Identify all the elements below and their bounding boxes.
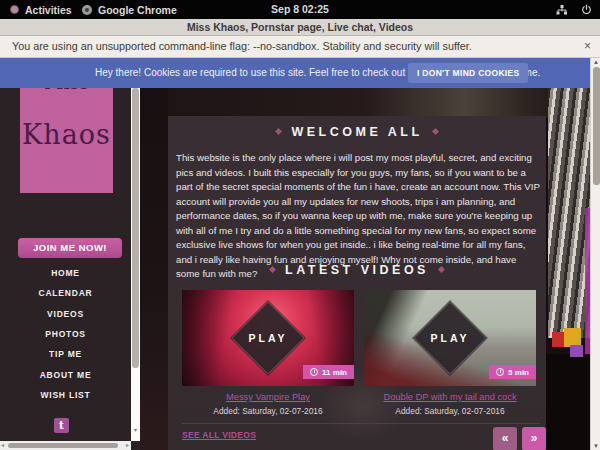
sidebar-horizontal-scrollbar[interactable]: ◂ ▸ xyxy=(0,441,131,450)
background-gift-box xyxy=(570,345,583,357)
clock-icon xyxy=(310,368,318,376)
diamond-icon xyxy=(269,266,276,273)
window-title: Miss Khaos, Pornstar page, Live chat, Vi… xyxy=(187,21,413,33)
chrome-infobar: You are using an unsupported command-lin… xyxy=(0,36,600,58)
play-button[interactable]: PLAY xyxy=(231,301,305,375)
sidebar-item-about-me[interactable]: ABOUT ME xyxy=(0,370,131,380)
twitter-icon[interactable]: t xyxy=(54,418,69,433)
play-label: PLAY xyxy=(243,313,293,363)
duration-badge: 5 min xyxy=(489,365,536,379)
video-thumbnail[interactable]: PLAY 11 min xyxy=(182,290,354,386)
background-photo xyxy=(140,58,168,450)
accept-cookies-button[interactable]: I DON'T MIND COOKIES xyxy=(408,63,528,83)
welcome-section-heading: WELCOME ALL xyxy=(168,125,546,139)
sidebar-item-wish-list[interactable]: WISH LIST xyxy=(0,390,131,400)
duration-label: 11 min xyxy=(322,368,347,377)
scroll-down-icon[interactable]: ▾ xyxy=(131,426,140,433)
sidebar-item-home[interactable]: HOME xyxy=(0,268,131,278)
infobar-message: You are using an unsupported command-lin… xyxy=(12,36,472,57)
main-content-panel: WELCOME ALL This website is the only pla… xyxy=(168,116,546,450)
scroll-right-icon[interactable]: ▸ xyxy=(126,441,129,450)
sidebar: Miss Khaos JOIN ME NOW! HOME CALENDAR VI… xyxy=(0,58,140,450)
clock[interactable]: Sep 8 02:25 xyxy=(0,0,600,19)
sidebar-item-tip-me[interactable]: TIP ME xyxy=(0,349,131,359)
diamond-icon xyxy=(275,128,282,135)
join-me-now-button[interactable]: JOIN ME NOW! xyxy=(18,238,122,258)
latest-heading-text: LATEST VIDEOS xyxy=(285,263,429,277)
video-thumbnail[interactable]: PLAY 5 min xyxy=(364,290,536,386)
pagination-next-button[interactable]: » xyxy=(522,427,546,450)
duration-label: 5 min xyxy=(508,368,529,377)
gnome-top-bar: Activities Google Chrome Sep 8 02:25 xyxy=(0,0,600,19)
diamond-icon xyxy=(431,128,438,135)
sidebar-scrollbar-thumb[interactable] xyxy=(132,88,139,368)
sidebar-vertical-scrollbar[interactable]: ▾ xyxy=(131,58,140,441)
site-logo[interactable]: Miss Khaos xyxy=(20,70,113,193)
network-icon xyxy=(556,4,568,16)
latest-videos-heading: LATEST VIDEOS xyxy=(168,263,546,277)
system-tray[interactable] xyxy=(556,0,592,19)
video-added-date: Added: Saturday, 02-07-2016 xyxy=(182,406,354,416)
video-title-link[interactable]: Double DP with my tail and cock xyxy=(364,392,536,402)
cookie-banner: Hey there! Cookies are required to use t… xyxy=(0,58,590,88)
scroll-left-icon[interactable]: ◂ xyxy=(1,441,4,450)
page-scrollbar[interactable]: ▲ ▼ xyxy=(590,58,600,450)
video-added-date: Added: Saturday, 02-07-2016 xyxy=(364,406,536,416)
background-shelf xyxy=(546,354,592,450)
page-scrollbar-thumb[interactable] xyxy=(593,67,600,185)
infobar-close-icon[interactable]: × xyxy=(584,36,591,57)
sidebar-hscrollbar-thumb[interactable] xyxy=(8,443,118,448)
page-viewport: Miss Khaos JOIN ME NOW! HOME CALENDAR VI… xyxy=(0,58,600,450)
video-title-link[interactable]: Messy Vampire Play xyxy=(182,392,354,402)
scroll-down-icon[interactable]: ▼ xyxy=(591,443,600,449)
divider xyxy=(182,423,540,424)
logo-text: Khaos xyxy=(20,120,113,150)
diamond-icon xyxy=(438,266,445,273)
clock-icon xyxy=(496,368,504,376)
window-title-bar[interactable]: Miss Khaos, Pornstar page, Live chat, Vi… xyxy=(0,19,600,36)
duration-badge: 11 min xyxy=(303,365,354,379)
sidebar-item-videos[interactable]: VIDEOS xyxy=(0,309,131,319)
see-all-videos-link[interactable]: SEE ALL VIDEOS xyxy=(182,430,256,440)
power-icon xyxy=(581,4,592,15)
pagination-prev-button[interactable]: « xyxy=(493,427,517,450)
play-label: PLAY xyxy=(425,313,475,363)
screen: Activities Google Chrome Sep 8 02:25 Mis… xyxy=(0,0,600,450)
welcome-heading-text: WELCOME ALL xyxy=(291,125,422,139)
scroll-up-icon[interactable]: ▲ xyxy=(591,59,600,65)
sidebar-item-photos[interactable]: PHOTOS xyxy=(0,329,131,339)
sidebar-item-calendar[interactable]: CALENDAR xyxy=(0,288,131,298)
play-button[interactable]: PLAY xyxy=(413,301,487,375)
